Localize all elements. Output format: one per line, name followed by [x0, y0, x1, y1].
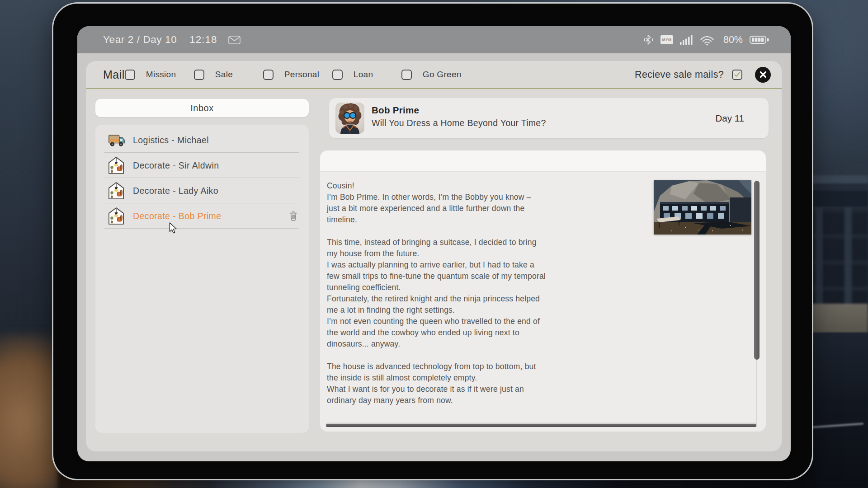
bluetooth-icon	[643, 34, 654, 45]
status-bar: Year 2 / Day 10 12:18 MYM 80%	[77, 26, 791, 53]
mail-body-panel: Cousin! I’m Bob Prime. In other words, I…	[320, 150, 766, 432]
house-icon	[108, 181, 126, 200]
delete-mail-button[interactable]	[289, 211, 298, 221]
mail-paragraph: Cousin! I’m Bob Prime. In other words, I…	[327, 180, 546, 225]
filter-sale: Sale	[194, 70, 263, 80]
filter-loan-label: Loan	[354, 70, 373, 80]
app-title: Mail	[103, 68, 125, 81]
mail-item-decorate-bob-prime[interactable]: Decorate - Bob Prime	[95, 203, 309, 229]
filter-loan-checkbox[interactable]	[332, 70, 343, 80]
mouse-cursor	[169, 222, 177, 236]
close-button[interactable]	[755, 67, 771, 83]
mail-item-title: Decorate - Bob Prime	[133, 211, 222, 221]
mail-list: Logistics - Michael Decorate - Sir Aldwi…	[95, 125, 309, 433]
mail-body-header-strip	[320, 150, 766, 172]
mail-paragraph: The house is advanced technology from to…	[327, 361, 546, 406]
filter-personal-checkbox[interactable]	[263, 70, 274, 80]
tablet-device-frame: Year 2 / Day 10 12:18 MYM 80%	[53, 4, 812, 479]
battery-icon	[750, 35, 769, 45]
house-icon	[108, 206, 126, 225]
mail-filter-bar: Mail Mission Sale Personal	[86, 61, 782, 89]
mail-paragraph: This time, instead of bringing a suitcas…	[327, 237, 546, 350]
receive-sale-group: Recieve sale mails?	[635, 67, 771, 83]
filter-go-green: Go Green	[401, 70, 471, 80]
vertical-scrollbar-thumb[interactable]	[754, 181, 760, 360]
close-icon	[760, 71, 767, 78]
mail-body-text: Cousin! I’m Bob Prime. In other words, I…	[327, 180, 546, 418]
filter-sale-checkbox[interactable]	[194, 70, 204, 80]
received-day: Day 11	[716, 113, 744, 124]
horizontal-scrollbar[interactable]	[326, 424, 756, 427]
receive-sale-label: Recieve sale mails?	[635, 69, 724, 80]
filter-personal-label: Personal	[284, 70, 319, 80]
mail-item-title: Decorate - Sir Aldwin	[133, 160, 219, 171]
filter-mission-label: Mission	[146, 70, 176, 80]
filter-go-green-checkbox[interactable]	[401, 70, 412, 80]
filter-loan: Loan	[332, 70, 401, 80]
mail-item-logistics-michael[interactable]: Logistics - Michael	[95, 127, 309, 153]
mail-item-decorate-lady-aiko[interactable]: Decorate - Lady Aiko	[95, 178, 309, 203]
inbox-button[interactable]: Inbox	[95, 99, 309, 117]
mail-item-title: Logistics - Michael	[133, 135, 209, 145]
game-scene: Year 2 / Day 10 12:18 MYM 80%	[0, 0, 868, 488]
house-icon	[108, 156, 126, 175]
truck-icon	[108, 131, 126, 150]
filter-sale-label: Sale	[215, 70, 233, 80]
tablet-screen: Year 2 / Day 10 12:18 MYM 80%	[77, 26, 791, 461]
status-icons: MYM 80%	[643, 34, 769, 46]
filter-personal: Personal	[263, 70, 332, 80]
sender-avatar	[335, 103, 364, 134]
envelope-icon	[228, 36, 241, 44]
attachment-image-futuristic-house	[654, 180, 751, 235]
mail-subject: Will You Dress a Home Beyond Your Time?	[372, 118, 546, 128]
filter-mission: Mission	[125, 70, 194, 80]
receive-sale-checkbox[interactable]	[732, 70, 742, 80]
carrier-badge: MYM	[660, 35, 673, 44]
signal-bars-icon	[680, 35, 693, 45]
mail-header-card: Bob Prime Will You Dress a Home Beyond Y…	[329, 98, 769, 138]
check-icon	[733, 70, 741, 80]
mail-item-decorate-sir-aldwin[interactable]: Decorate - Sir Aldwin	[95, 153, 309, 178]
filter-go-green-label: Go Green	[423, 70, 462, 80]
wifi-icon	[699, 34, 715, 46]
trash-icon	[289, 211, 298, 221]
filter-mission-checkbox[interactable]	[125, 70, 135, 80]
mail-item-title: Decorate - Lady Aiko	[133, 186, 218, 196]
game-time: 12:18	[189, 34, 217, 46]
game-date: Year 2 / Day 10	[103, 34, 177, 46]
sender-name: Bob Prime	[372, 105, 419, 116]
mail-app-panel: Mail Mission Sale Personal	[86, 61, 782, 451]
battery-percent: 80%	[723, 34, 743, 46]
